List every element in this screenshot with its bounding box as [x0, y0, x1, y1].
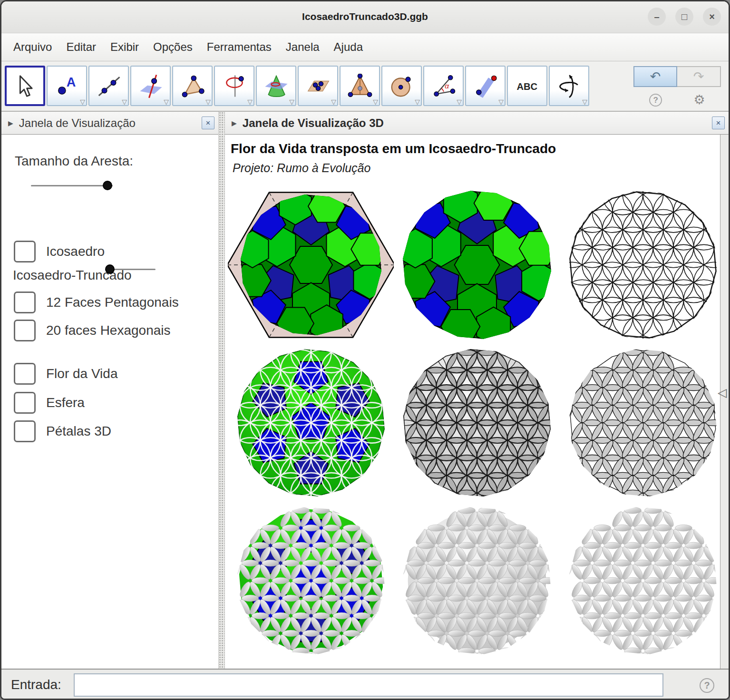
panel-collapse-strip[interactable]: ◁: [720, 135, 729, 669]
visualization-panel-title: Janela de Visualização: [19, 117, 136, 130]
maximize-icon: □: [681, 11, 687, 22]
edge-size-label: Tamanho da Aresta:: [15, 154, 133, 169]
line-icon: [97, 74, 121, 98]
tool-angle-button[interactable]: α ▽: [423, 66, 464, 106]
figure-flor-da-vida-cinza: [394, 344, 560, 502]
minimize-button[interactable]: –: [648, 8, 666, 26]
input-bar: Entrada: ?: [1, 669, 729, 700]
petalas-3d-label: Pétalas 3D: [46, 424, 111, 439]
plane-icon: [473, 74, 498, 98]
tool-line-button[interactable]: ▽: [88, 66, 129, 106]
visualization-panel: ▶ Janela de Visualização × Tamanho da Ar…: [1, 112, 218, 669]
entrada-label: Entrada:: [11, 677, 61, 692]
checkbox-row-petalas-3d: Pétalas 3D: [14, 420, 111, 442]
scene-subtitle: Projeto: Rumo à Evolução: [233, 161, 370, 175]
icosaedro-checkbox[interactable]: [14, 241, 36, 262]
redo-button[interactable]: ↷: [677, 66, 721, 87]
dropdown-icon[interactable]: ▽: [331, 98, 336, 106]
tool-move-button[interactable]: [5, 66, 45, 106]
3d-viewport[interactable]: Flor da Vida transposta em um Icosaedro-…: [225, 135, 729, 669]
petalas-3d-checkbox[interactable]: [14, 420, 36, 442]
tool-sphere-button[interactable]: ▽: [381, 66, 422, 106]
dropdown-icon[interactable]: ▽: [498, 98, 504, 106]
dropdown-icon[interactable]: ▽: [247, 98, 253, 106]
tool-rotate-around-line-button[interactable]: ▽: [214, 66, 254, 106]
input-help-button[interactable]: ?: [700, 678, 714, 693]
svg-text:A: A: [66, 75, 76, 89]
tool-point-button[interactable]: A ▽: [47, 66, 87, 106]
dropdown-icon[interactable]: ▽: [289, 98, 294, 106]
faces-pentagonais-checkbox[interactable]: [14, 292, 36, 313]
panel-menu-arrow-icon[interactable]: ▶: [232, 119, 237, 127]
figure-flor-da-vida-wireframe: [560, 186, 726, 344]
checkbox-row-faces-hexagonais: 20 faces Hexagonais: [14, 320, 171, 341]
gear-icon: ⚙: [694, 93, 705, 107]
menu-ajuda[interactable]: Ajuda: [327, 36, 370, 58]
tool-polygon-button[interactable]: ▽: [172, 66, 213, 106]
plane-line-intersect-icon: [138, 74, 163, 98]
tool-rotate-view-button[interactable]: ▽: [549, 66, 589, 106]
menu-opcoes[interactable]: Opções: [146, 36, 200, 58]
esfera-slider[interactable]: [105, 269, 156, 270]
esfera-slider-knob[interactable]: [105, 264, 115, 274]
menu-editar[interactable]: Editar: [59, 36, 103, 58]
toolbar-help-button[interactable]: ?: [649, 94, 662, 107]
close-icon: ×: [709, 11, 715, 22]
svg-text:ABC: ABC: [516, 81, 537, 92]
menu-bar: Arquivo Editar Exibir Opções Ferramentas…: [1, 33, 729, 61]
menu-exibir[interactable]: Exibir: [103, 36, 146, 58]
settings-gear-button[interactable]: ⚙: [694, 94, 705, 107]
flor-da-vida-checkbox[interactable]: [14, 363, 36, 385]
dropdown-icon[interactable]: ▽: [80, 98, 85, 106]
dropdown-icon[interactable]: ▽: [582, 98, 587, 106]
figure-flor-da-vida-colorida: [228, 344, 394, 502]
visualization-panel-header[interactable]: ▶ Janela de Visualização ×: [1, 112, 218, 135]
icosaedro-label: Icosaedro: [46, 244, 105, 259]
dropdown-icon[interactable]: ▽: [373, 98, 378, 106]
visualization-3d-panel: ▶ Janela de Visualização 3D × Flor da Vi…: [225, 112, 729, 669]
esfera-checkbox[interactable]: [14, 392, 36, 414]
undo-button[interactable]: ↶: [633, 66, 677, 87]
tool-text-button[interactable]: ABC: [507, 66, 547, 106]
dropdown-icon[interactable]: ▽: [164, 98, 169, 106]
menu-arquivo[interactable]: Arquivo: [6, 36, 59, 58]
visualization-3d-panel-close-button[interactable]: ×: [712, 117, 725, 129]
polygon-icon: [180, 74, 205, 98]
checkbox-row-icosaedro: Icosaedro: [14, 241, 105, 262]
checkbox-row-esfera: Esfera: [14, 392, 85, 414]
tool-pyramid-button[interactable]: ▽: [340, 66, 380, 106]
maximize-button[interactable]: □: [675, 8, 693, 26]
checkbox-row-flor-da-vida: Flor da Vida: [14, 363, 117, 385]
tool-intersect-surfaces-button[interactable]: ▽: [256, 66, 296, 106]
faces-hexagonais-checkbox[interactable]: [14, 320, 36, 341]
dropdown-icon[interactable]: ▽: [205, 98, 211, 106]
panel-menu-arrow-icon[interactable]: ▶: [8, 119, 13, 127]
faces-hexagonais-label: 20 faces Hexagonais: [46, 323, 171, 338]
tool-bar: A ▽ ▽ ▽: [1, 61, 729, 112]
sphere-icon: [389, 74, 414, 98]
tool-intersect-plane-line-button[interactable]: ▽: [130, 66, 171, 106]
visualization-panel-close-button[interactable]: ×: [202, 117, 214, 129]
menu-ferramentas[interactable]: Ferramentas: [200, 36, 279, 58]
edge-size-slider-knob[interactable]: [103, 181, 112, 190]
flor-da-vida-label: Flor da Vida: [46, 366, 117, 381]
tool-plane-points-button[interactable]: ▽: [298, 66, 338, 106]
panel-splitter[interactable]: [218, 112, 225, 669]
dropdown-icon[interactable]: ▽: [457, 98, 462, 106]
angle-icon: α: [431, 74, 456, 98]
figure-petalas-3d-cinza: [394, 502, 560, 660]
visualization-3d-panel-header[interactable]: ▶ Janela de Visualização 3D ×: [225, 112, 729, 135]
tool-plane-button[interactable]: ▽: [465, 66, 506, 106]
dropdown-icon[interactable]: ▽: [122, 98, 127, 106]
dropdown-icon[interactable]: ▽: [415, 98, 420, 106]
geogebra-window: IcosaedroTruncado3D.ggb – □ × Arquivo Ed…: [0, 0, 730, 700]
svg-text:α: α: [445, 81, 449, 89]
figure-petalas-3d-vazada: [560, 502, 726, 660]
edge-size-slider[interactable]: [31, 185, 113, 186]
faces-pentagonais-label: 12 Faces Pentagonais: [46, 295, 179, 310]
menu-janela[interactable]: Janela: [279, 36, 327, 58]
close-button[interactable]: ×: [703, 8, 721, 26]
collapse-left-icon[interactable]: ◁: [718, 386, 727, 399]
entrada-input[interactable]: [74, 673, 663, 697]
scene-title: Flor da Vida transposta em um Icosaedro-…: [231, 141, 556, 156]
